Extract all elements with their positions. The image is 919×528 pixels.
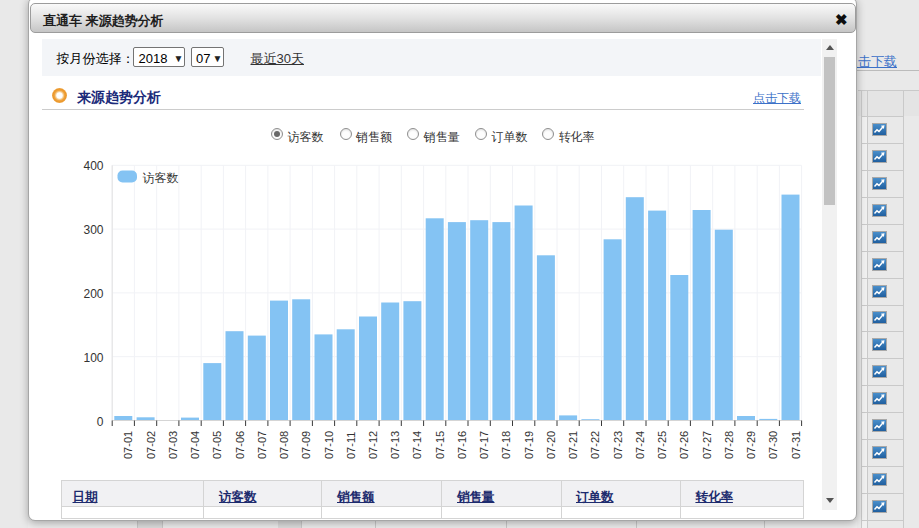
svg-text:07-23: 07-23 bbox=[612, 431, 624, 459]
svg-text:07-22: 07-22 bbox=[589, 431, 601, 459]
svg-text:400: 400 bbox=[83, 159, 103, 173]
svg-text:0: 0 bbox=[97, 415, 104, 429]
svg-text:07-01: 07-01 bbox=[122, 431, 134, 459]
svg-text:07-16: 07-16 bbox=[456, 431, 468, 459]
svg-text:07-07: 07-07 bbox=[256, 431, 268, 459]
svg-text:07-31: 07-31 bbox=[790, 431, 802, 459]
svg-text:07-10: 07-10 bbox=[323, 431, 335, 459]
svg-text:300: 300 bbox=[83, 223, 103, 237]
svg-text:07-20: 07-20 bbox=[545, 431, 557, 459]
svg-text:07-09: 07-09 bbox=[300, 431, 312, 459]
svg-text:07-13: 07-13 bbox=[389, 431, 401, 459]
svg-text:07-29: 07-29 bbox=[745, 431, 757, 459]
svg-text:07-05: 07-05 bbox=[211, 431, 223, 459]
svg-text:07-04: 07-04 bbox=[189, 431, 201, 459]
svg-text:07-18: 07-18 bbox=[500, 431, 512, 459]
svg-text:07-24: 07-24 bbox=[634, 431, 646, 459]
svg-text:07-26: 07-26 bbox=[678, 431, 690, 459]
svg-text:07-30: 07-30 bbox=[767, 431, 779, 459]
svg-text:07-21: 07-21 bbox=[567, 431, 579, 459]
svg-text:07-19: 07-19 bbox=[523, 431, 535, 459]
svg-text:07-02: 07-02 bbox=[145, 431, 157, 459]
svg-text:07-11: 07-11 bbox=[345, 432, 357, 459]
svg-text:07-08: 07-08 bbox=[278, 431, 290, 459]
svg-text:07-15: 07-15 bbox=[434, 431, 446, 459]
svg-text:07-06: 07-06 bbox=[234, 431, 246, 459]
svg-text:07-12: 07-12 bbox=[367, 431, 379, 459]
svg-text:07-25: 07-25 bbox=[656, 431, 668, 459]
svg-text:07-14: 07-14 bbox=[411, 431, 423, 459]
svg-text:07-17: 07-17 bbox=[478, 431, 490, 459]
svg-text:200: 200 bbox=[83, 287, 103, 301]
svg-text:100: 100 bbox=[83, 351, 103, 365]
svg-text:07-27: 07-27 bbox=[701, 431, 713, 459]
svg-text:07-03: 07-03 bbox=[167, 431, 179, 459]
svg-text:07-28: 07-28 bbox=[723, 431, 735, 459]
svg-text:访客数: 访客数 bbox=[143, 171, 179, 185]
